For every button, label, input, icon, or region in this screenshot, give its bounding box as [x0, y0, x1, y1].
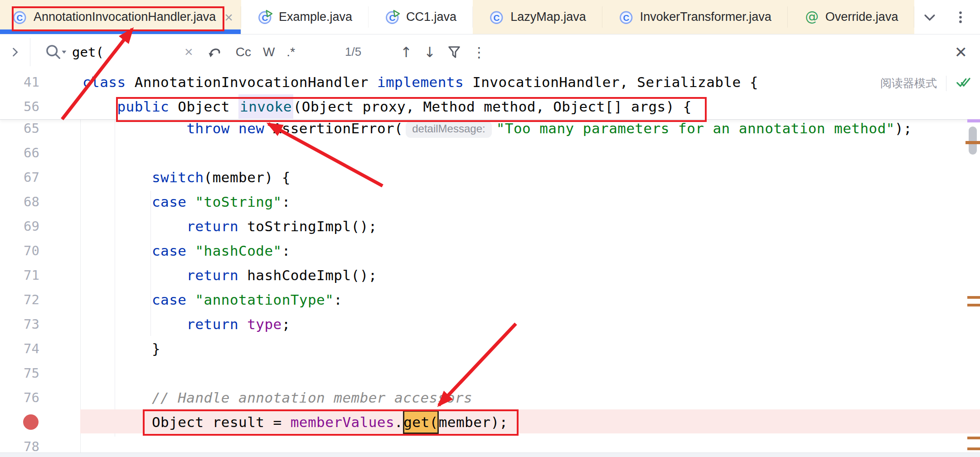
- stripe-mark-orange[interactable]: [967, 447, 980, 450]
- code-token: return: [186, 218, 247, 234]
- code-editor[interactable]: 65 throw new AssertionError(detailMessag…: [0, 69, 980, 457]
- code-line-73[interactable]: 73 return type;: [0, 312, 980, 336]
- code-line-68[interactable]: 68 case "toString":: [0, 190, 980, 214]
- code-token: ;: [282, 316, 291, 332]
- line-number[interactable]: 67: [0, 165, 39, 190]
- find-bar: get( × Cc W .* 1/5 ↑ ↓ ⋮ ✕: [0, 34, 980, 70]
- code-token: :: [334, 292, 342, 308]
- expand-replace-chevron-icon[interactable]: [0, 46, 30, 58]
- parameter-hint: detailMessage:: [406, 121, 491, 138]
- code-token: [82, 169, 152, 185]
- regex-toggle[interactable]: .*: [286, 45, 295, 59]
- stripe-mark-orange[interactable]: [967, 437, 980, 439]
- code-line-75[interactable]: 75: [0, 361, 980, 385]
- filter-icon[interactable]: [446, 44, 462, 60]
- code-token: :: [282, 243, 291, 259]
- stripe-mark-orange[interactable]: [967, 296, 980, 299]
- tab-label: InvokerTransformer.java: [640, 10, 771, 24]
- search-options-icon[interactable]: ⋮: [472, 44, 486, 60]
- line-number[interactable]: 74: [0, 336, 39, 361]
- code-token: [82, 98, 117, 115]
- line-number[interactable]: 69: [0, 214, 39, 238]
- ide-window: CAnnotationInvocationHandler.java×CExamp…: [0, 0, 980, 457]
- previous-match-icon[interactable]: ↑: [400, 44, 412, 60]
- code-token: "hashCode": [195, 243, 282, 259]
- tab-example-java[interactable]: CExample.java: [241, 0, 369, 34]
- code-line-67[interactable]: 67 switch(member) {: [0, 165, 980, 190]
- inspections-ok-icon[interactable]: [956, 75, 972, 91]
- breakpoint-dot[interactable]: [23, 414, 39, 430]
- tab-label: Example.java: [279, 10, 352, 24]
- line-number[interactable]: 68: [0, 190, 39, 214]
- code-token: AssertionError(: [273, 120, 403, 136]
- stripe-mark-orange[interactable]: [965, 141, 980, 144]
- line-number[interactable]: 65: [0, 116, 39, 141]
- code-text: return toStringImpl();: [82, 214, 377, 238]
- tab-lazymap-java[interactable]: CLazyMap.java: [473, 0, 602, 34]
- more-vertical-icon[interactable]: [953, 10, 968, 25]
- code-text: switch(member) {: [82, 165, 291, 190]
- tab-label: CC1.java: [406, 10, 456, 24]
- chevron-down-icon[interactable]: [922, 10, 937, 25]
- close-find-bar-icon[interactable]: ✕: [955, 43, 968, 61]
- clear-search-icon[interactable]: ×: [184, 44, 193, 60]
- code-token: "Too many parameters for an annotation m…: [496, 120, 895, 136]
- code-text: return hashCodeImpl();: [82, 263, 377, 287]
- line-number[interactable]: 73: [0, 312, 39, 336]
- code-token: (member) {: [204, 169, 291, 185]
- code-text: case "toString":: [82, 190, 291, 214]
- code-token: InvocationHandler, Serializable {: [472, 74, 758, 90]
- code-line-41[interactable]: 41class AnnotationInvocationHandler impl…: [0, 70, 980, 94]
- tab-bar-controls: [922, 0, 980, 34]
- code-line-70[interactable]: 70 case "hashCode":: [0, 238, 980, 263]
- tab-label: Override.java: [825, 10, 898, 24]
- divider: [946, 76, 946, 91]
- code-line-69[interactable]: 69 return toStringImpl();: [0, 214, 980, 238]
- match-case-toggle[interactable]: Cc: [236, 45, 251, 59]
- line-number[interactable]: 71: [0, 263, 39, 287]
- code-line-66[interactable]: 66: [0, 141, 980, 165]
- multiline-toggle-icon[interactable]: [207, 44, 223, 60]
- divider: [30, 38, 30, 66]
- code-text: return type;: [82, 312, 291, 336]
- line-number[interactable]: 76: [0, 385, 39, 410]
- search-input[interactable]: get(: [72, 44, 184, 60]
- svg-text:@: @: [805, 10, 819, 24]
- code-token: class: [82, 74, 135, 90]
- code-token: hashCodeImpl();: [247, 267, 377, 283]
- annotation-box: [116, 97, 707, 122]
- line-number[interactable]: 56: [0, 94, 39, 119]
- line-number[interactable]: 66: [0, 141, 39, 165]
- stripe-mark-purple[interactable]: [967, 119, 980, 122]
- code-token: return: [186, 316, 247, 332]
- code-token: [82, 120, 186, 136]
- code-line-76[interactable]: 76 // Handle annotation member accessors: [0, 385, 980, 410]
- next-match-icon[interactable]: ↓: [424, 44, 436, 60]
- words-toggle[interactable]: W: [263, 45, 275, 59]
- line-number[interactable]: 41: [0, 70, 39, 94]
- close-tab-icon[interactable]: ×: [224, 10, 233, 24]
- tab-invokertransformer-java[interactable]: CInvokerTransformer.java: [602, 0, 788, 34]
- code-line-71[interactable]: 71 return hashCodeImpl();: [0, 263, 980, 287]
- runnable-class-icon: C: [385, 10, 400, 25]
- code-line-74[interactable]: 74 }: [0, 336, 980, 361]
- code-text: case "annotationType":: [82, 287, 342, 312]
- code-token: implements: [377, 74, 472, 90]
- line-number[interactable]: 72: [0, 287, 39, 312]
- class-icon: C: [489, 10, 505, 25]
- code-line-72[interactable]: 72 case "annotationType":: [0, 287, 980, 312]
- code-token: // Handle annotation member accessors: [82, 389, 472, 406]
- reader-mode-button[interactable]: 阅读器模式: [880, 76, 937, 91]
- tab-label: LazyMap.java: [510, 10, 586, 24]
- scrollbar-thumb[interactable]: [969, 126, 977, 155]
- annotation-box: [12, 6, 224, 31]
- search-icon[interactable]: [44, 43, 72, 61]
- line-number[interactable]: 75: [0, 361, 39, 385]
- stripe-mark-orange[interactable]: [967, 304, 980, 306]
- class-icon: C: [619, 10, 634, 25]
- line-number[interactable]: 70: [0, 238, 39, 263]
- code-token: switch: [152, 169, 204, 185]
- tab-cc1-java[interactable]: CCC1.java: [369, 0, 473, 34]
- tab-override-java[interactable]: @Override.java: [788, 0, 915, 34]
- code-text: class AnnotationInvocationHandler implem…: [82, 70, 758, 94]
